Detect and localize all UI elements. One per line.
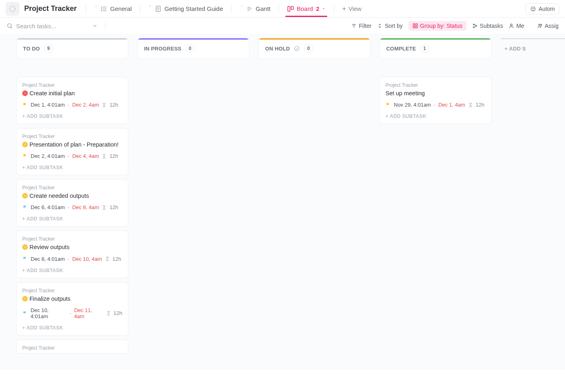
card-estimate: 12h: [109, 204, 118, 210]
column-header[interactable]: ON HOLD0: [258, 38, 370, 59]
assignees-button[interactable]: Assig: [537, 23, 559, 29]
filter-button[interactable]: Filter: [351, 23, 371, 29]
card-estimate: 12h: [476, 102, 485, 108]
separator: [334, 4, 334, 13]
me-button[interactable]: Me: [508, 23, 524, 29]
column-header[interactable]: COMPLETE1: [379, 38, 492, 59]
card-start-date: Nov 29, 4:01am: [394, 102, 431, 108]
column-title: IN PROGRESS: [144, 46, 182, 52]
priority-icon: [22, 142, 28, 147]
flag-icon: [22, 205, 28, 210]
add-subtask-button[interactable]: ADD SUBTASK: [22, 216, 122, 222]
column-count: 1: [420, 44, 429, 53]
filter-label: Filter: [359, 23, 371, 29]
card-project: Project Tracker: [22, 82, 122, 88]
flag-icon: [22, 153, 28, 159]
group-label: Group by: Status: [420, 23, 462, 29]
card-due-date: Dec 1, 4am: [438, 102, 465, 108]
tab-label: Gantt: [256, 5, 271, 12]
tab-label: Board: [297, 5, 313, 12]
search-input[interactable]: [16, 23, 89, 29]
dash: -: [68, 153, 69, 159]
automations-button[interactable]: Autom: [525, 3, 559, 15]
column-complete: COMPLETE1Project TrackerSet up meetingNo…: [379, 38, 492, 124]
chevron-down-icon[interactable]: [92, 23, 98, 29]
card-estimate: 12h: [109, 153, 118, 159]
svg-point-39: [295, 46, 299, 50]
tab-getting-started[interactable]: Getting Started Guide: [144, 1, 227, 17]
svg-rect-15: [291, 6, 293, 10]
search-icon: [6, 23, 13, 29]
card-start-date: Dec 1, 4:01am: [31, 102, 65, 108]
group-button[interactable]: Group by: Status: [408, 21, 467, 31]
task-card[interactable]: Project TrackerFinalize outputsDec 10, 4…: [16, 282, 128, 335]
svg-rect-26: [413, 26, 415, 28]
flag-icon: [385, 102, 391, 108]
card-start-date: Dec 8, 4:01am: [31, 256, 65, 262]
hourglass-icon: [106, 310, 111, 316]
separator-dot: ·: [530, 23, 532, 29]
tab-general[interactable]: General: [90, 1, 136, 17]
column-title: TO DO: [23, 46, 40, 52]
svg-rect-24: [413, 24, 415, 25]
task-card[interactable]: Project Tracker: [16, 340, 128, 354]
tab-label: Getting Started Guide: [164, 5, 223, 12]
card-due-date: Dec 2, 4am: [72, 102, 99, 108]
card-project: Project Tracker: [22, 236, 122, 242]
card-title: Presentation of plan - Preparation!: [29, 141, 119, 148]
svg-point-0: [10, 6, 15, 11]
project-title[interactable]: Project Tracker: [24, 4, 77, 13]
task-card[interactable]: Project TrackerReview outputsDec 8, 4:01…: [16, 231, 128, 278]
card-title: Review outputs: [29, 243, 69, 251]
tab-board[interactable]: Board 2: [283, 1, 330, 17]
add-subtask-button[interactable]: ADD SUBTASK: [22, 113, 122, 119]
add-subtask-button[interactable]: ADD SUBTASK: [22, 325, 122, 331]
column-on-hold: ON HOLD0: [258, 38, 370, 77]
dash: -: [434, 102, 435, 108]
column-in-progress: IN PROGRESS0: [137, 38, 249, 77]
card-project: Project Tracker: [22, 134, 122, 139]
svg-rect-37: [24, 247, 26, 247]
task-card[interactable]: Project TrackerCreate needed outputsDec …: [16, 179, 128, 226]
dash: -: [68, 256, 69, 262]
tab-gantt[interactable]: Gantt: [236, 1, 275, 17]
card-start-date: Dec 2, 4:01am: [31, 153, 65, 159]
task-card[interactable]: Project TrackerSet up meetingNov 29, 4:0…: [379, 77, 492, 124]
separator: [231, 4, 232, 13]
add-status-button[interactable]: + ADD S: [500, 38, 565, 58]
add-subtask-button[interactable]: ADD SUBTASK: [22, 165, 122, 170]
add-subtask-button[interactable]: ADD SUBTASK: [385, 113, 485, 119]
svg-point-19: [8, 24, 11, 27]
card-project: Project Tracker: [385, 82, 485, 88]
project-icon[interactable]: [6, 2, 19, 16]
card-title: Create initial plan: [29, 90, 75, 97]
priority-icon: [22, 193, 28, 199]
subtasks-label: Subtasks: [480, 23, 503, 29]
svg-rect-14: [288, 6, 290, 11]
svg-point-30: [476, 25, 477, 26]
dash: -: [69, 310, 71, 316]
card-estimate: 12h: [113, 256, 121, 262]
column-header[interactable]: TO DO9: [16, 38, 128, 59]
hourglass-icon: [468, 102, 473, 108]
hourglass-icon: [105, 256, 110, 262]
task-card[interactable]: Project TrackerPresentation of plan - Pr…: [16, 128, 128, 175]
subtasks-button[interactable]: Subtasks: [472, 23, 503, 29]
svg-point-31: [511, 24, 513, 26]
hourglass-icon: [102, 153, 107, 159]
assignees-label: Assig: [545, 23, 559, 29]
priority-icon: [22, 296, 28, 302]
task-card[interactable]: Project TrackerCreate initial planDec 1,…: [16, 77, 128, 124]
priority-icon: [22, 90, 28, 96]
svg-point-33: [540, 24, 542, 26]
column-header[interactable]: IN PROGRESS0: [137, 38, 249, 59]
add-view-button[interactable]: + View: [338, 1, 366, 17]
card-due-date: Dec 8, 4am: [72, 204, 99, 210]
add-subtask-button[interactable]: ADD SUBTASK: [22, 268, 122, 273]
svg-rect-27: [416, 26, 417, 28]
tab-label: General: [110, 5, 132, 12]
sort-button[interactable]: Sort by: [377, 23, 402, 29]
dash: -: [68, 102, 69, 108]
chevron-down-icon: [322, 7, 326, 11]
separator: [105, 22, 105, 30]
